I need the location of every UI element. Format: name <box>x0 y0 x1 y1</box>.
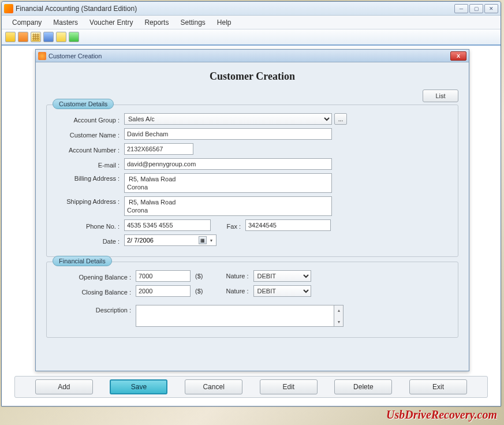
app-title: Financial Accounting (Standard Edition) <box>16 5 454 13</box>
closing-nature-select[interactable]: DEBIT <box>253 285 311 297</box>
closing-currency-label: ($) <box>195 288 203 294</box>
email-input[interactable] <box>124 158 332 170</box>
dialog-title: Customer Creation <box>48 53 450 59</box>
action-bar: Add Save Cancel Edit Delete Exit <box>14 376 488 398</box>
date-label: Date : <box>55 236 124 245</box>
menubar: Company Masters Voucher Entry Reports Se… <box>2 16 501 29</box>
billing-address-label: Billing Address : <box>55 173 124 182</box>
main-titlebar: Financial Accounting (Standard Edition) … <box>2 2 501 16</box>
menu-settings[interactable]: Settings <box>174 17 211 28</box>
menu-help[interactable]: Help <box>211 17 237 28</box>
close-button[interactable]: ✕ <box>484 4 498 13</box>
closing-nature-label: Nature : <box>226 288 248 294</box>
window-controls: ─ ▢ ✕ <box>454 4 498 13</box>
dialog-window: Customer Creation X Customer Creation Li… <box>35 49 469 371</box>
save-button[interactable]: Save <box>110 379 167 394</box>
page-heading: Customer Creation <box>46 70 458 83</box>
exit-button[interactable]: Exit <box>409 379 467 394</box>
account-number-label: Account Number : <box>55 145 124 154</box>
account-group-select[interactable]: Sales A/c <box>124 113 332 125</box>
date-picker[interactable]: 2/ 7/2006 ▦ ▾ <box>124 234 216 246</box>
financial-details-fieldset: Financial Details Opening Balance : ($) … <box>46 262 458 338</box>
customer-name-label: Customer Name : <box>55 130 124 139</box>
scroll-down-icon[interactable]: ▾ <box>334 317 343 326</box>
email-label: E-mail : <box>55 160 124 169</box>
description-input[interactable] <box>136 305 334 327</box>
customer-details-legend: Customer Details <box>53 99 114 109</box>
main-window: Financial Accounting (Standard Edition) … <box>1 1 501 407</box>
shipping-address-label: Shipping Address : <box>55 196 124 205</box>
fax-label: Fax : <box>211 221 245 230</box>
shipping-address-input[interactable] <box>124 196 332 216</box>
closing-balance-label: Closing Balance : <box>55 287 136 296</box>
financial-details-legend: Financial Details <box>53 256 112 266</box>
calendar-icon[interactable]: ▦ <box>199 236 207 244</box>
menu-masters[interactable]: Masters <box>47 17 84 28</box>
dialog-body: Customer Creation List Customer Details … <box>36 62 469 349</box>
menu-company[interactable]: Company <box>6 17 47 28</box>
phone-input[interactable] <box>124 219 211 231</box>
toolbar-wizard-icon[interactable] <box>43 32 54 42</box>
app-icon <box>4 4 13 13</box>
dialog-close-button[interactable]: X <box>450 51 466 61</box>
opening-currency-label: ($) <box>195 273 203 279</box>
phone-label: Phone No. : <box>55 221 124 230</box>
fax-input[interactable] <box>245 219 331 231</box>
date-value: 2/ 7/2006 <box>126 237 199 244</box>
toolbar <box>2 29 501 46</box>
cancel-button[interactable]: Cancel <box>185 379 242 394</box>
toolbar-report-icon[interactable] <box>69 32 79 42</box>
customer-name-input[interactable] <box>124 128 332 140</box>
closing-balance-input[interactable] <box>136 285 191 297</box>
billing-address-input[interactable] <box>124 173 332 193</box>
opening-nature-label: Nature : <box>226 273 248 279</box>
description-scrollbar: ▴ ▾ <box>334 305 344 327</box>
menu-reports[interactable]: Reports <box>139 17 174 28</box>
opening-nature-select[interactable]: DEBIT <box>253 270 311 282</box>
dialog-icon <box>38 52 46 60</box>
add-button[interactable]: Add <box>35 379 93 394</box>
scroll-up-icon[interactable]: ▴ <box>334 305 343 315</box>
watermark: UsbDriveRecovery.com <box>386 408 497 422</box>
toolbar-new-icon[interactable] <box>5 32 16 42</box>
dialog-titlebar: Customer Creation X <box>36 50 469 62</box>
customer-details-fieldset: Customer Details Account Group : Sales A… <box>46 105 458 257</box>
menu-voucher-entry[interactable]: Voucher Entry <box>84 17 139 28</box>
toolbar-tag-icon[interactable] <box>56 32 66 42</box>
toolbar-grid-icon[interactable] <box>31 32 41 42</box>
maximize-button[interactable]: ▢ <box>469 4 483 13</box>
minimize-button[interactable]: ─ <box>454 4 468 13</box>
account-number-input[interactable] <box>124 143 193 155</box>
list-button[interactable]: List <box>423 90 458 102</box>
opening-balance-input[interactable] <box>136 270 191 282</box>
account-group-browse-button[interactable]: ... <box>334 113 347 125</box>
toolbar-edit-icon[interactable] <box>18 32 28 42</box>
account-group-label: Account Group : <box>55 115 124 124</box>
description-label: Description : <box>55 305 136 314</box>
delete-button[interactable]: Delete <box>334 379 392 394</box>
edit-button[interactable]: Edit <box>260 379 318 394</box>
opening-balance-label: Opening Balance : <box>55 272 136 281</box>
date-dropdown-icon[interactable]: ▾ <box>208 236 215 244</box>
